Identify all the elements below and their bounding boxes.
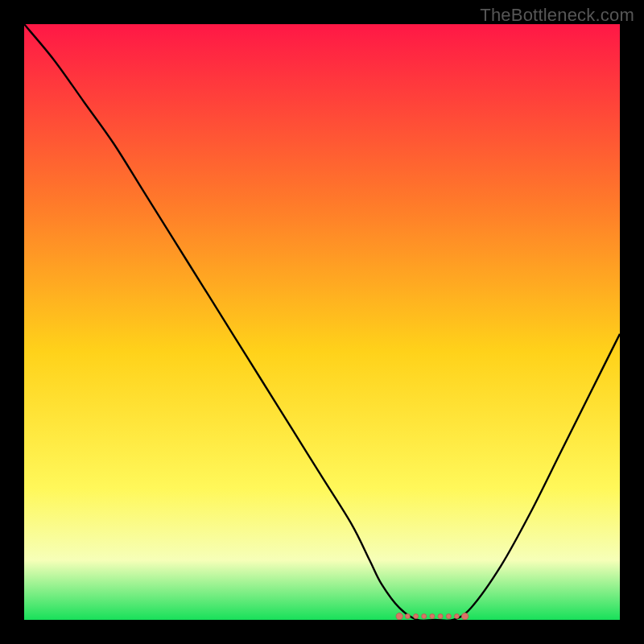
floor-marker <box>430 614 435 619</box>
floor-marker <box>461 613 468 619</box>
floor-marker <box>396 613 402 619</box>
floor-marker <box>414 614 419 619</box>
floor-markers <box>396 613 469 619</box>
watermark-text: TheBottleneck.com <box>480 5 634 26</box>
floor-marker <box>405 614 410 619</box>
chart-area <box>24 24 620 620</box>
floor-marker <box>454 614 459 619</box>
floor-marker <box>446 614 451 619</box>
floor-marker <box>422 614 427 619</box>
floor-marker <box>438 614 443 619</box>
chart-svg <box>24 24 620 620</box>
gradient-background <box>24 24 620 620</box>
